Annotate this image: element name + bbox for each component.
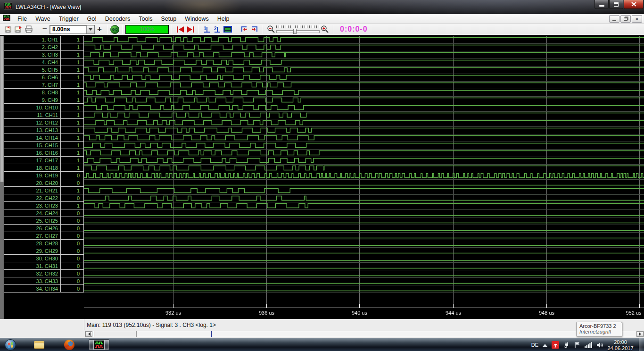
taskbar-firefox-button[interactable] xyxy=(62,339,76,351)
channel-label[interactable]: 2. CH2 xyxy=(4,43,61,50)
channel-row[interactable]: 9. CH91 xyxy=(4,96,84,104)
wave-display-button[interactable] xyxy=(223,25,233,34)
channel-row[interactable]: 1. CH11 xyxy=(4,36,84,43)
menu-item-triggler[interactable]: Triggler xyxy=(55,14,83,23)
print-icon[interactable] xyxy=(24,25,34,34)
channel-row[interactable]: 33. CH330 xyxy=(4,277,84,285)
channel-label[interactable]: 8. CH8 xyxy=(4,89,61,96)
minimize-button[interactable] xyxy=(594,0,609,9)
taskbar-logic-analyzer-button[interactable] xyxy=(89,339,109,351)
channel-row[interactable]: 21. CH211 xyxy=(4,187,84,194)
language-indicator[interactable]: DE xyxy=(531,342,538,348)
power-plug-icon[interactable] xyxy=(563,342,570,348)
channel-label[interactable]: 32. CH32 xyxy=(4,270,61,277)
channel-label[interactable]: 1. CH1 xyxy=(4,36,61,43)
channel-label[interactable]: 27. CH27 xyxy=(4,232,61,239)
menu-item-wave[interactable]: Wave xyxy=(31,14,55,23)
channel-row[interactable]: 20. CH200 xyxy=(4,179,84,187)
channel-row[interactable]: 23. CH231 xyxy=(4,202,84,209)
channel-label[interactable]: 25. CH25 xyxy=(4,217,61,224)
vertical-scrollbar-thumb[interactable] xyxy=(0,36,4,182)
menu-item-help[interactable]: Help xyxy=(213,14,234,23)
save-file-icon[interactable] xyxy=(13,25,24,34)
channel-label[interactable]: 12. CH12 xyxy=(4,119,61,126)
mdi-close-button[interactable]: × xyxy=(632,15,642,23)
menu-item-windows[interactable]: Windows xyxy=(181,14,213,23)
channel-label[interactable]: 33. CH33 xyxy=(4,277,61,284)
goto-next-edge-button[interactable] xyxy=(249,25,260,34)
channel-row[interactable]: 2. CH21 xyxy=(4,43,84,51)
channel-label[interactable]: 4. CH4 xyxy=(4,58,61,66)
menu-item-go[interactable]: Go! xyxy=(83,14,101,23)
horizontal-scrollbar-thumb[interactable] xyxy=(94,331,137,337)
channel-row[interactable]: 8. CH81 xyxy=(4,89,84,96)
channel-row[interactable]: 31. CH310 xyxy=(4,262,84,270)
horizontal-scrollbar-track[interactable] xyxy=(85,331,644,337)
channel-row[interactable]: 15. CH151 xyxy=(4,142,84,149)
channel-label[interactable]: 29. CH29 xyxy=(4,247,61,254)
channel-row[interactable]: 11. CH111 xyxy=(4,111,84,119)
channel-label[interactable]: 15. CH15 xyxy=(4,142,61,149)
close-button[interactable] xyxy=(624,0,644,9)
maximize-button[interactable] xyxy=(609,0,623,9)
channel-row[interactable]: 30. CH300 xyxy=(4,255,84,262)
zoom-time-out-button[interactable]: − xyxy=(40,25,50,34)
network-signal-icon[interactable] xyxy=(585,342,592,348)
channel-row[interactable]: 27. CH270 xyxy=(4,232,84,240)
channel-label[interactable]: 16. CH16 xyxy=(4,149,61,156)
menu-item-file[interactable]: File xyxy=(13,14,31,23)
scroll-right-button[interactable] xyxy=(636,331,644,337)
goto-prev-edge-button[interactable] xyxy=(239,25,249,34)
channel-label[interactable]: 20. CH20 xyxy=(4,179,61,186)
channel-label[interactable]: 3. CH3 xyxy=(4,51,61,58)
channel-row[interactable]: 4. CH41 xyxy=(4,58,84,66)
start-button[interactable] xyxy=(5,339,16,351)
channel-label[interactable]: 23. CH23 xyxy=(4,202,61,209)
mdi-minimize-button[interactable] xyxy=(609,15,619,23)
mdi-restore-button[interactable] xyxy=(620,15,631,23)
channel-label[interactable]: 26. CH26 xyxy=(4,225,61,232)
skip-to-start-button[interactable] xyxy=(175,25,185,34)
timebase-select[interactable]: 8.00ns xyxy=(50,25,95,34)
channel-row[interactable]: 10. CH101 xyxy=(4,104,84,111)
open-file-icon[interactable] xyxy=(3,25,13,34)
channel-row[interactable]: 26. CH260 xyxy=(4,225,84,232)
vertical-scrollbar[interactable] xyxy=(0,36,4,319)
channel-label[interactable]: 10. CH10 xyxy=(4,104,61,111)
channel-row[interactable]: 6. CH61 xyxy=(4,74,84,81)
channel-label[interactable]: 17. CH17 xyxy=(4,157,61,164)
channel-row[interactable]: 18. CH181 xyxy=(4,164,84,172)
channel-label[interactable]: 6. CH6 xyxy=(4,74,61,81)
channel-label[interactable]: 31. CH31 xyxy=(4,262,61,269)
zoom-in-icon[interactable] xyxy=(320,25,330,34)
action-center-flag-icon[interactable] xyxy=(574,342,580,348)
channel-row[interactable]: 12. CH121 xyxy=(4,119,84,126)
channel-label[interactable]: 28. CH28 xyxy=(4,240,61,247)
channel-row[interactable]: 34. CH340 xyxy=(4,285,84,292)
marker-1-button[interactable]: 1 xyxy=(202,25,212,34)
show-desktop-button[interactable] xyxy=(639,338,644,351)
channel-label[interactable]: 22. CH22 xyxy=(4,194,61,201)
channel-label[interactable]: 13. CH13 xyxy=(4,126,61,134)
channel-label[interactable]: 9. CH9 xyxy=(4,96,61,103)
channel-row[interactable]: 19. CH190 xyxy=(4,172,84,179)
go-button[interactable]: GO xyxy=(110,25,119,34)
menu-item-decoders[interactable]: Decoders xyxy=(101,14,135,23)
channel-label[interactable]: 24. CH24 xyxy=(4,209,61,217)
marker-2-button[interactable]: 2 xyxy=(212,25,223,34)
channel-row[interactable]: 13. CH131 xyxy=(4,126,84,134)
channel-row[interactable]: 22. CH220 xyxy=(4,194,84,202)
channel-row[interactable]: 29. CH290 xyxy=(4,247,84,255)
antivirus-icon[interactable] xyxy=(552,341,559,349)
channel-label[interactable]: 34. CH34 xyxy=(4,285,61,292)
taskbar-clock[interactable]: 20:00 24.06.2017 xyxy=(605,339,636,351)
taskbar-explorer-button[interactable] xyxy=(32,339,46,351)
chevron-down-icon[interactable] xyxy=(86,25,94,33)
menu-item-setup[interactable]: Setup xyxy=(157,14,181,23)
zoom-slider-thumb[interactable] xyxy=(293,29,297,34)
zoom-out-icon[interactable] xyxy=(266,25,276,34)
zoom-slider[interactable] xyxy=(276,25,320,34)
waveform-canvas[interactable] xyxy=(84,36,644,319)
channel-row[interactable]: 14. CH141 xyxy=(4,134,84,142)
zoom-time-in-button[interactable]: + xyxy=(95,25,104,34)
